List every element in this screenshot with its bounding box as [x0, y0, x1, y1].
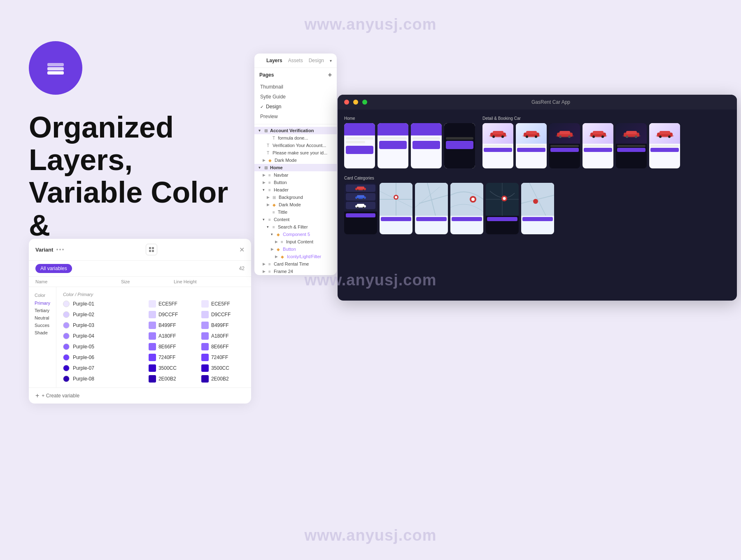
layer-home[interactable]: ▾ ⊞ Home	[254, 164, 337, 171]
arrow-f24: ▶	[263, 269, 267, 273]
color-hex-size: 3500CC	[149, 364, 198, 372]
small-car-3	[354, 203, 367, 208]
color-swatch	[149, 322, 156, 329]
page-preview[interactable]: Preview	[254, 112, 337, 121]
layer-component5[interactable]: ▾ ◆ Component 5	[254, 231, 337, 238]
page-style-guide[interactable]: Sytle Guide	[254, 92, 337, 102]
map-dark-lines	[486, 183, 519, 216]
color-hex-size: 2E00B2	[149, 375, 198, 383]
layer-navbar[interactable]: ▶ ≡ Navbar	[254, 171, 337, 179]
diamond-icon: ◆	[268, 158, 272, 163]
add-page-button[interactable]: +	[328, 71, 332, 79]
sidebar-tertiary[interactable]: Tertiary	[29, 307, 56, 314]
color-row-purple-06[interactable]: Purple-06 7240FF 7240FF	[56, 352, 251, 363]
svg-point-45	[357, 198, 359, 200]
hex-value-2: A180FF	[211, 333, 229, 339]
layer-input-content[interactable]: ▶ ≡ Input Content	[254, 238, 337, 245]
layers-panel-tabs: Layers Assets Design ▾	[254, 54, 337, 68]
color-label: Purple-01	[73, 301, 94, 307]
dot1	[56, 249, 58, 250]
layer-tittle[interactable]: ≡ Tittle	[254, 208, 337, 216]
layer-background[interactable]: ▶ ⊞ Background	[254, 194, 337, 201]
color-swatch-2	[201, 343, 209, 350]
layer-header[interactable]: ▾ ≡ Header	[254, 186, 337, 194]
page-design[interactable]: ✓ Design	[254, 102, 337, 112]
color-swatch	[149, 375, 156, 383]
layer-iconly[interactable]: ▶ ◆ Iconly/Light/Filter	[254, 253, 337, 260]
minimize-dot[interactable]	[353, 100, 358, 105]
layer-formula[interactable]: T formula done...	[254, 134, 337, 142]
svg-point-72	[533, 199, 538, 204]
color-hex-lh: D9CCFF	[201, 311, 251, 318]
phone-detail-3	[583, 123, 613, 168]
hex-value: 3500CC	[158, 365, 177, 371]
bars-f24: ≡	[268, 269, 271, 274]
layer-account-verification[interactable]: ▾ ⊞ Account Verification	[254, 127, 337, 134]
sidebar-color-section[interactable]: Color	[29, 291, 56, 299]
layer-dark-mode-1[interactable]: ▶ ◆ Dark Mode	[254, 156, 337, 164]
car-icon-dark-1	[555, 128, 575, 139]
vp-more-options[interactable]	[56, 249, 64, 250]
text-icon: T	[273, 136, 275, 140]
svg-point-17	[526, 135, 528, 138]
color-row-purple-05[interactable]: Purple-05 8E66FF 8E66FF	[56, 341, 251, 352]
color-name-cell: Purple-06	[63, 354, 145, 361]
vp-close-button[interactable]: ✕	[239, 246, 245, 254]
color-swatch	[149, 364, 156, 372]
maximize-dot[interactable]	[362, 100, 367, 105]
all-variables-filter[interactable]: All variables	[35, 264, 72, 273]
color-row-purple-01[interactable]: Purple-01 ECE5FF ECE5FF	[56, 299, 251, 309]
layer-button-2[interactable]: ▶ ◆ Button	[254, 245, 337, 253]
tab-assets[interactable]: Assets	[288, 58, 303, 63]
layer-verification-text[interactable]: T Verification Your Account...	[254, 142, 337, 149]
phone-home-1	[344, 123, 375, 168]
layer-button[interactable]: ▶ ≡ Button	[254, 179, 337, 186]
svg-rect-4	[152, 247, 154, 249]
dot2	[59, 249, 61, 250]
vp-sidebar: Color Primary Tertiary Neutral Succes Sh…	[29, 287, 56, 387]
tab-design[interactable]: Design	[309, 58, 324, 63]
variables-count: 42	[239, 266, 245, 271]
layer-content[interactable]: ▾ ≡ Content	[254, 216, 337, 223]
sidebar-primary[interactable]: Primary	[29, 299, 56, 307]
sidebar-succes[interactable]: Succes	[29, 322, 56, 329]
close-dot[interactable]	[344, 100, 349, 105]
color-hex-size: A180FF	[149, 332, 198, 340]
color-row-purple-03[interactable]: Purple-03 B499FF B499FF	[56, 320, 251, 331]
color-row-purple-04[interactable]: Purple-04 A180FF A180FF	[56, 331, 251, 341]
svg-rect-21	[559, 131, 570, 134]
layer-card-rental[interactable]: ▶ ≡ Card Rental Time	[254, 260, 337, 268]
color-circle	[63, 301, 70, 307]
phone-maps-4	[521, 183, 554, 234]
layer-search-filter[interactable]: ▾ ≡ Search & Filter	[254, 223, 337, 231]
search-icon[interactable]	[259, 58, 260, 63]
car-icon-1	[488, 128, 508, 139]
layer-please-make[interactable]: T Please make sure your id...	[254, 149, 337, 156]
layer-dark-mode-2[interactable]: ▶ ◆ Dark Mode	[254, 201, 337, 208]
color-label: Purple-08	[73, 376, 94, 382]
color-row-purple-08[interactable]: Purple-08 2E00B2 2E00B2	[56, 373, 251, 384]
color-swatch-2	[201, 311, 209, 318]
color-row-purple-07[interactable]: Purple-07 3500CC 3500CC	[56, 363, 251, 373]
color-row-purple-02[interactable]: Purple-02 D9CCFF D9CCFF	[56, 309, 251, 320]
sidebar-shade[interactable]: Shade	[29, 329, 56, 336]
color-swatch	[149, 354, 156, 361]
sidebar-neutral[interactable]: Neutral	[29, 314, 56, 322]
arrow-ic: ▶	[275, 240, 279, 244]
color-name-cell: Purple-05	[63, 343, 145, 350]
col-size: Size	[121, 279, 170, 284]
map-lines-1	[380, 183, 412, 216]
tab-layers[interactable]: Layers	[266, 58, 282, 63]
categories-label: Card Categories	[344, 176, 554, 180]
frame-icon: ⊞	[264, 128, 268, 133]
layer-frame24[interactable]: ▶ ≡ Frame 24	[254, 268, 337, 275]
page-thumbnail[interactable]: Thumbnail	[254, 82, 337, 92]
design-dropdown-arrow[interactable]: ▾	[330, 58, 332, 63]
create-variable-button[interactable]: + + Create variable	[29, 387, 251, 404]
phone-detail-dark-1	[549, 123, 580, 168]
phone-home-2	[377, 123, 408, 168]
map-lines-2	[415, 183, 448, 216]
svg-rect-36	[659, 131, 670, 134]
vp-grid-toggle[interactable]	[146, 244, 157, 255]
phone-maps-1	[380, 183, 412, 234]
